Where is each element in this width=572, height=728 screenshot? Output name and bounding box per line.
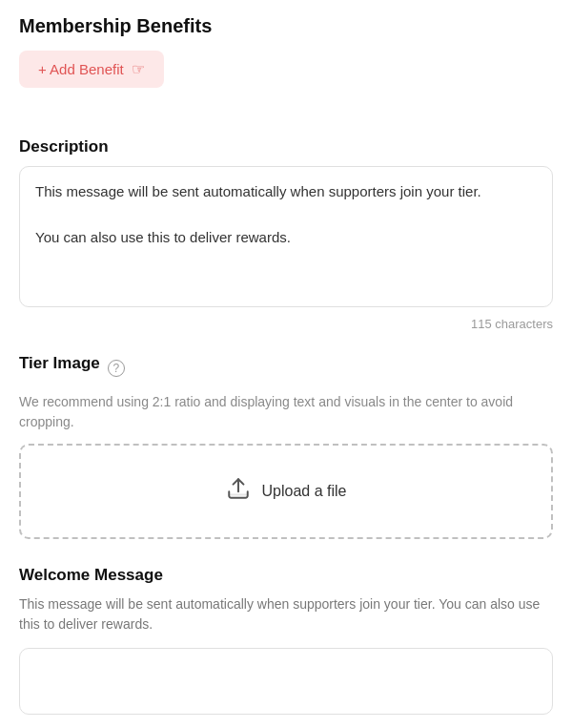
welcome-message-label: Welcome Message bbox=[19, 566, 553, 585]
tier-image-help-icon[interactable]: ? bbox=[108, 360, 125, 377]
description-label: Description bbox=[19, 137, 553, 156]
tier-image-recommend-text: We recommend using 2:1 ratio and display… bbox=[19, 392, 553, 432]
welcome-message-textarea[interactable] bbox=[19, 648, 553, 715]
description-textarea[interactable]: This message will be sent automatically … bbox=[19, 166, 553, 307]
membership-benefits-title: Membership Benefits bbox=[19, 15, 553, 37]
cursor-icon: ☞ bbox=[132, 60, 145, 78]
upload-icon bbox=[226, 476, 251, 507]
upload-label: Upload a file bbox=[262, 483, 347, 500]
membership-benefits-section: Membership Benefits + Add Benefit ☞ bbox=[19, 15, 553, 114]
upload-file-area[interactable]: Upload a file bbox=[19, 444, 553, 539]
add-benefit-button[interactable]: + Add Benefit ☞ bbox=[19, 51, 164, 88]
add-benefit-label: + Add Benefit bbox=[38, 61, 124, 77]
welcome-message-subtitle: This message will be sent automatically … bbox=[19, 594, 553, 634]
tier-image-label: Tier Image bbox=[19, 354, 100, 373]
tier-image-section: Tier Image ? We recommend using 2:1 rati… bbox=[19, 354, 553, 539]
svg-rect-1 bbox=[229, 493, 248, 495]
welcome-message-section: Welcome Message This message will be sen… bbox=[19, 566, 553, 718]
char-count: 115 characters bbox=[19, 317, 553, 331]
description-section: Description This message will be sent au… bbox=[19, 137, 553, 331]
